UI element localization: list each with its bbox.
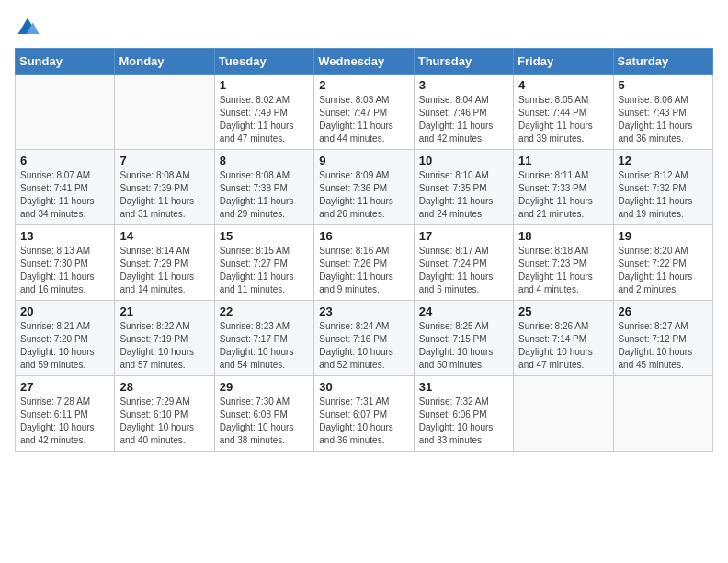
calendar-cell: 12 Sunrise: 8:12 AMSunset: 7:32 PMDaylig…: [613, 150, 712, 225]
day-info: Sunrise: 8:10 AMSunset: 7:35 PMDaylight:…: [419, 169, 508, 221]
day-info: Sunrise: 7:32 AMSunset: 6:06 PMDaylight:…: [419, 396, 508, 447]
day-info: Sunrise: 8:08 AMSunset: 7:38 PMDaylight:…: [220, 169, 309, 221]
day-number: 5: [619, 78, 708, 92]
day-info: Sunrise: 8:22 AMSunset: 7:19 PMDaylight:…: [119, 320, 209, 372]
day-info: Sunrise: 8:09 AMSunset: 7:36 PMDaylight:…: [319, 169, 408, 221]
calendar-cell: [16, 75, 115, 150]
day-header-sunday: Sunday: [16, 49, 115, 75]
calendar-cell: 30 Sunrise: 7:31 AMSunset: 6:07 PMDaylig…: [314, 376, 414, 452]
day-info: Sunrise: 8:18 AMSunset: 7:23 PMDaylight:…: [518, 245, 608, 296]
day-header-tuesday: Tuesday: [214, 49, 313, 75]
calendar-week-1: 1 Sunrise: 8:02 AMSunset: 7:49 PMDayligh…: [16, 75, 713, 150]
day-number: 23: [319, 304, 408, 318]
day-number: 8: [220, 154, 309, 167]
calendar-cell: [613, 376, 712, 452]
calendar-cell: 31 Sunrise: 7:32 AMSunset: 6:06 PMDaylig…: [414, 376, 513, 452]
calendar-cell: 27 Sunrise: 7:28 AMSunset: 6:11 PMDaylig…: [16, 376, 115, 452]
calendar-week-5: 27 Sunrise: 7:28 AMSunset: 6:11 PMDaylig…: [16, 376, 713, 452]
day-info: Sunrise: 8:03 AMSunset: 7:47 PMDaylight:…: [319, 94, 408, 145]
day-number: 21: [119, 304, 209, 318]
day-number: 19: [619, 229, 708, 243]
day-number: 22: [220, 304, 309, 318]
day-number: 29: [220, 380, 309, 394]
day-number: 17: [419, 229, 508, 243]
day-number: 25: [518, 304, 608, 318]
day-info: Sunrise: 8:21 AMSunset: 7:20 PMDaylight:…: [20, 320, 109, 372]
calendar-cell: 10 Sunrise: 8:10 AMSunset: 7:35 PMDaylig…: [414, 150, 513, 225]
day-number: 10: [419, 154, 508, 167]
day-number: 16: [319, 229, 408, 243]
day-info: Sunrise: 8:08 AMSunset: 7:39 PMDaylight:…: [119, 169, 209, 221]
day-number: 30: [319, 380, 408, 394]
day-info: Sunrise: 8:14 AMSunset: 7:29 PMDaylight:…: [119, 245, 209, 296]
calendar-week-4: 20 Sunrise: 8:21 AMSunset: 7:20 PMDaylig…: [16, 301, 713, 376]
day-info: Sunrise: 8:12 AMSunset: 7:32 PMDaylight:…: [619, 169, 708, 221]
day-number: 14: [119, 229, 209, 243]
day-info: Sunrise: 8:06 AMSunset: 7:43 PMDaylight:…: [619, 94, 708, 145]
calendar-cell: 13 Sunrise: 8:13 AMSunset: 7:30 PMDaylig…: [16, 225, 115, 301]
calendar-cell: 1 Sunrise: 8:02 AMSunset: 7:49 PMDayligh…: [214, 75, 313, 150]
day-number: 20: [20, 304, 109, 318]
day-number: 4: [518, 78, 608, 92]
calendar-cell: 15 Sunrise: 8:15 AMSunset: 7:27 PMDaylig…: [214, 225, 313, 301]
day-info: Sunrise: 8:07 AMSunset: 7:41 PMDaylight:…: [20, 169, 109, 221]
day-info: Sunrise: 8:20 AMSunset: 7:22 PMDaylight:…: [619, 245, 708, 296]
day-number: 1: [220, 78, 309, 92]
calendar-cell: 14 Sunrise: 8:14 AMSunset: 7:29 PMDaylig…: [115, 225, 214, 301]
day-info: Sunrise: 8:16 AMSunset: 7:26 PMDaylight:…: [319, 245, 408, 296]
day-number: 18: [518, 229, 608, 243]
day-info: Sunrise: 8:26 AMSunset: 7:14 PMDaylight:…: [518, 320, 608, 372]
day-number: 7: [119, 154, 209, 167]
calendar-cell: 25 Sunrise: 8:26 AMSunset: 7:14 PMDaylig…: [514, 301, 613, 376]
calendar-cell: 21 Sunrise: 8:22 AMSunset: 7:19 PMDaylig…: [115, 301, 214, 376]
calendar-cell: 16 Sunrise: 8:16 AMSunset: 7:26 PMDaylig…: [314, 225, 414, 301]
day-info: Sunrise: 8:24 AMSunset: 7:16 PMDaylight:…: [319, 320, 408, 372]
calendar-table: SundayMondayTuesdayWednesdayThursdayFrid…: [15, 48, 713, 452]
calendar-header-row: SundayMondayTuesdayWednesdayThursdayFrid…: [16, 49, 713, 75]
day-info: Sunrise: 8:23 AMSunset: 7:17 PMDaylight:…: [220, 320, 309, 372]
day-info: Sunrise: 8:25 AMSunset: 7:15 PMDaylight:…: [419, 320, 508, 372]
calendar-week-2: 6 Sunrise: 8:07 AMSunset: 7:41 PMDayligh…: [16, 150, 713, 225]
day-header-saturday: Saturday: [613, 49, 712, 75]
day-info: Sunrise: 8:02 AMSunset: 7:49 PMDaylight:…: [220, 94, 309, 145]
day-info: Sunrise: 8:05 AMSunset: 7:44 PMDaylight:…: [518, 94, 608, 145]
calendar-cell: [514, 376, 613, 452]
day-info: Sunrise: 7:30 AMSunset: 6:08 PMDaylight:…: [220, 396, 309, 447]
calendar-cell: 4 Sunrise: 8:05 AMSunset: 7:44 PMDayligh…: [514, 75, 613, 150]
calendar-cell: 20 Sunrise: 8:21 AMSunset: 7:20 PMDaylig…: [16, 301, 115, 376]
day-info: Sunrise: 8:27 AMSunset: 7:12 PMDaylight:…: [619, 320, 708, 372]
day-info: Sunrise: 8:04 AMSunset: 7:46 PMDaylight:…: [419, 94, 508, 145]
calendar-cell: 28 Sunrise: 7:29 AMSunset: 6:10 PMDaylig…: [115, 376, 214, 452]
day-number: 31: [419, 380, 508, 394]
page-header: [15, 15, 713, 40]
calendar-cell: 7 Sunrise: 8:08 AMSunset: 7:39 PMDayligh…: [115, 150, 214, 225]
day-header-wednesday: Wednesday: [314, 49, 414, 75]
logo-icon: [15, 15, 40, 40]
calendar-week-3: 13 Sunrise: 8:13 AMSunset: 7:30 PMDaylig…: [16, 225, 713, 301]
day-number: 27: [20, 380, 109, 394]
calendar-cell: 8 Sunrise: 8:08 AMSunset: 7:38 PMDayligh…: [214, 150, 313, 225]
day-number: 12: [619, 154, 708, 167]
calendar-cell: 18 Sunrise: 8:18 AMSunset: 7:23 PMDaylig…: [514, 225, 613, 301]
calendar-cell: [115, 75, 214, 150]
day-info: Sunrise: 8:13 AMSunset: 7:30 PMDaylight:…: [20, 245, 109, 296]
day-info: Sunrise: 8:17 AMSunset: 7:24 PMDaylight:…: [419, 245, 508, 296]
calendar-cell: 2 Sunrise: 8:03 AMSunset: 7:47 PMDayligh…: [314, 75, 414, 150]
day-number: 26: [619, 304, 708, 318]
calendar-cell: 26 Sunrise: 8:27 AMSunset: 7:12 PMDaylig…: [613, 301, 712, 376]
day-number: 2: [319, 78, 408, 92]
day-number: 13: [20, 229, 109, 243]
logo: [15, 15, 44, 40]
day-number: 9: [319, 154, 408, 167]
calendar-cell: 19 Sunrise: 8:20 AMSunset: 7:22 PMDaylig…: [613, 225, 712, 301]
day-info: Sunrise: 8:15 AMSunset: 7:27 PMDaylight:…: [220, 245, 309, 296]
calendar-cell: 22 Sunrise: 8:23 AMSunset: 7:17 PMDaylig…: [214, 301, 313, 376]
calendar-cell: 5 Sunrise: 8:06 AMSunset: 7:43 PMDayligh…: [613, 75, 712, 150]
day-info: Sunrise: 7:31 AMSunset: 6:07 PMDaylight:…: [319, 396, 408, 447]
day-header-thursday: Thursday: [414, 49, 513, 75]
calendar-cell: 3 Sunrise: 8:04 AMSunset: 7:46 PMDayligh…: [414, 75, 513, 150]
day-number: 24: [419, 304, 508, 318]
calendar-cell: 24 Sunrise: 8:25 AMSunset: 7:15 PMDaylig…: [414, 301, 513, 376]
day-header-monday: Monday: [115, 49, 214, 75]
calendar-cell: 9 Sunrise: 8:09 AMSunset: 7:36 PMDayligh…: [314, 150, 414, 225]
